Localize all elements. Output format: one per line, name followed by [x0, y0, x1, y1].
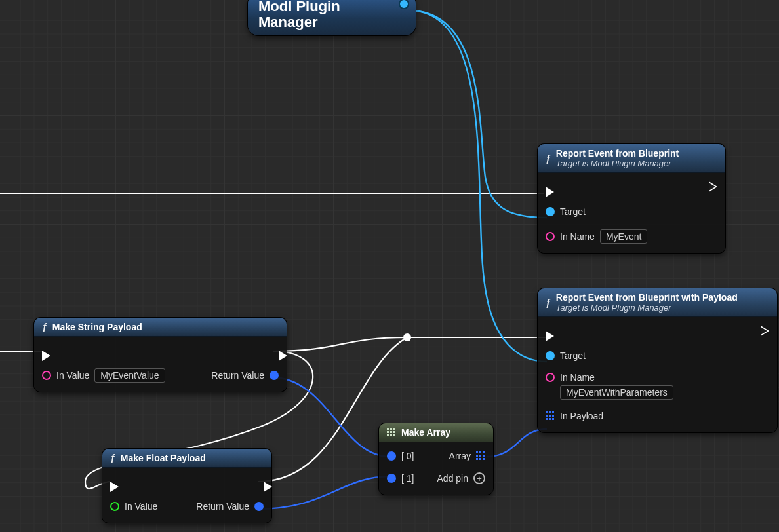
return-value-pin[interactable]	[254, 502, 264, 511]
node-title: Report Event from Blueprint with Payload	[556, 292, 738, 303]
node-report-event[interactable]: ƒ Report Event from Blueprint Target is …	[538, 144, 725, 253]
node-title: Report Event from Blueprint	[556, 148, 679, 159]
add-pin-label: Add pin	[437, 473, 468, 484]
node-title: Make Float Payload	[121, 453, 206, 463]
node-title: Make String Payload	[52, 322, 142, 332]
array-icon	[387, 428, 396, 437]
return-value-pin[interactable]	[270, 371, 279, 380]
node-header[interactable]: ƒ Make Float Payload	[102, 449, 271, 468]
pin-label: Target	[560, 351, 586, 361]
node-make-string-payload[interactable]: ƒ Make String Payload In Value MyEventVa…	[34, 318, 287, 392]
in-value-input[interactable]: MyEventValue	[94, 368, 165, 383]
node-subtitle: Target is Modl Plugin Manager	[556, 303, 738, 313]
object-output-pin[interactable]	[399, 0, 409, 9]
pin-label: [ 1]	[401, 473, 414, 484]
in-value-pin[interactable]	[42, 371, 51, 380]
pin-label: In Value	[56, 370, 89, 381]
in-payload-pin[interactable]	[546, 411, 555, 421]
node-header[interactable]: ƒ Make String Payload	[34, 318, 287, 337]
node-header[interactable]: ƒ Report Event from Blueprint Target is …	[538, 144, 725, 173]
pin-label: Return Value	[211, 370, 264, 381]
function-icon: ƒ	[110, 453, 115, 463]
variable-node-label: Modl Plugin Manager	[258, 0, 340, 30]
in-name-input[interactable]: MyEventWithParameters	[560, 385, 673, 400]
pin-label: In Name	[560, 372, 595, 383]
array-input-1-pin[interactable]	[387, 474, 396, 483]
in-name-input[interactable]: MyEvent	[600, 229, 647, 244]
exec-out-pin[interactable]	[709, 181, 717, 192]
array-output-pin[interactable]	[476, 451, 485, 461]
in-value-pin[interactable]	[110, 502, 119, 511]
target-pin[interactable]	[546, 351, 555, 360]
function-icon: ƒ	[546, 153, 551, 164]
node-header[interactable]: ƒ Report Event from Blueprint with Paylo…	[538, 288, 777, 317]
add-pin-button[interactable]: +	[473, 472, 485, 484]
pin-label: In Payload	[560, 411, 603, 421]
pin-label: Target	[560, 206, 586, 217]
pin-label: Array	[449, 451, 471, 461]
node-make-array[interactable]: Make Array [ 0] Array [ 1] Add pin +	[379, 423, 493, 495]
pin-label: In Value	[125, 501, 157, 512]
node-title: Make Array	[401, 427, 450, 438]
node-subtitle: Target is Modl Plugin Manager	[556, 159, 679, 168]
array-input-0-pin[interactable]	[387, 451, 396, 461]
pin-label: Return Value	[196, 501, 249, 512]
node-report-event-payload[interactable]: ƒ Report Event from Blueprint with Paylo…	[538, 288, 777, 432]
in-name-pin[interactable]	[546, 373, 555, 382]
node-make-float-payload[interactable]: ƒ Make Float Payload In Value Return Val…	[102, 449, 271, 523]
pin-label: In Name	[560, 231, 595, 242]
pin-label: [ 0]	[401, 451, 414, 461]
exec-out-pin[interactable]	[761, 326, 769, 336]
function-icon: ƒ	[546, 297, 551, 308]
variable-node-modl-plugin-manager[interactable]: Modl Plugin Manager	[248, 0, 416, 35]
function-icon: ƒ	[42, 322, 47, 332]
svg-point-0	[403, 333, 411, 341]
target-pin[interactable]	[546, 207, 555, 216]
node-header[interactable]: Make Array	[379, 423, 493, 442]
in-name-pin[interactable]	[546, 232, 555, 241]
